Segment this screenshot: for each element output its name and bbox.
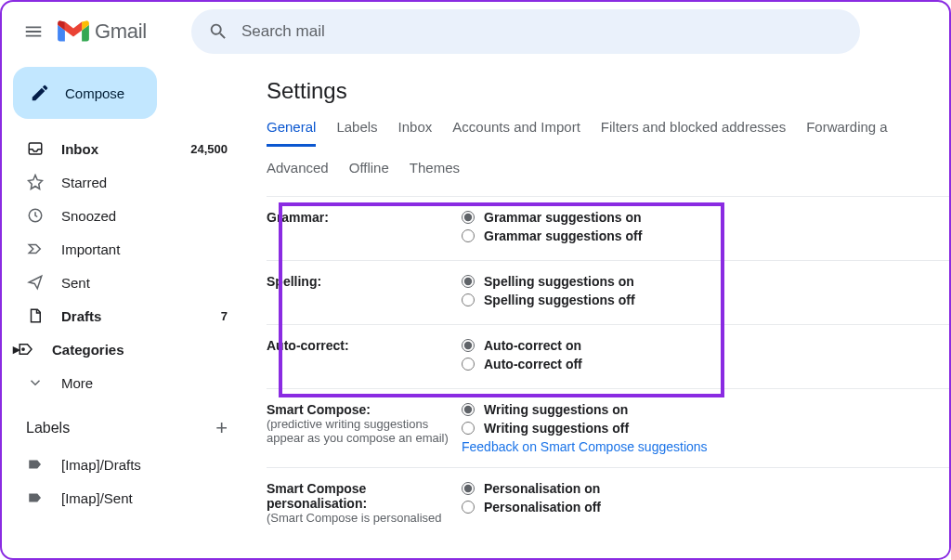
categories-icon <box>18 341 34 358</box>
sent-icon <box>27 274 44 291</box>
setting-row-smartcompose: Smart Compose: (predictive writing sugge… <box>267 389 949 468</box>
sidebar-item-label: More <box>61 375 228 391</box>
setting-label: Spelling: <box>267 274 462 311</box>
option-label: Grammar suggestions on <box>484 210 642 225</box>
add-label-button[interactable]: + <box>215 416 228 440</box>
main-menu-button[interactable] <box>13 11 54 52</box>
radio-input[interactable] <box>462 293 475 306</box>
gmail-logo-icon <box>58 20 89 44</box>
radio-input[interactable] <box>462 501 475 514</box>
smartcompose-off-option[interactable]: Writing suggestions off <box>462 421 949 436</box>
tab-accounts[interactable]: Accounts and Import <box>452 119 580 147</box>
grammar-off-option[interactable]: Grammar suggestions off <box>462 228 949 243</box>
scp-on-option[interactable]: Personalisation on <box>462 481 949 496</box>
sidebar-item-label: Important <box>61 241 228 257</box>
radio-input[interactable] <box>462 422 475 435</box>
setting-sublabel: (predictive writing suggestions appear a… <box>267 417 462 445</box>
sidebar-item-label: Categories <box>52 342 228 358</box>
sidebar-item-label: Drafts <box>61 308 221 324</box>
setting-label: Auto-correct: <box>267 338 462 375</box>
sidebar-item-snoozed[interactable]: Snoozed <box>9 199 241 232</box>
sidebar-item-more[interactable]: More <box>9 366 241 399</box>
radio-input[interactable] <box>462 211 475 224</box>
settings-title: Settings <box>267 78 949 104</box>
hamburger-icon <box>23 21 44 42</box>
radio-input[interactable] <box>462 339 475 352</box>
option-label: Spelling suggestions off <box>484 293 635 307</box>
setting-row-spelling: Spelling: Spelling suggestions on Spelli… <box>267 261 949 325</box>
svg-point-2 <box>22 348 24 350</box>
grammar-on-option[interactable]: Grammar suggestions on <box>462 210 949 225</box>
tab-general[interactable]: General <box>267 119 316 147</box>
setting-row-grammar: Grammar: Grammar suggestions on Grammar … <box>267 197 949 261</box>
option-label: Auto-correct off <box>484 357 582 371</box>
tab-inbox[interactable]: Inbox <box>398 119 433 147</box>
sidebar-item-categories[interactable]: ▸ Categories <box>9 332 241 366</box>
setting-label-text: Smart Compose: <box>267 402 371 417</box>
setting-label: Grammar: <box>267 210 462 247</box>
label-item[interactable]: [Imap]/Drafts <box>9 448 241 481</box>
radio-input[interactable] <box>462 403 475 416</box>
sidebar-item-count: 24,500 <box>190 142 228 156</box>
radio-input[interactable] <box>462 275 475 288</box>
tab-forwarding[interactable]: Forwarding a <box>806 119 888 147</box>
smartcompose-on-option[interactable]: Writing suggestions on <box>462 402 949 417</box>
option-label: Personalisation off <box>484 500 601 514</box>
sidebar-item-label: Snoozed <box>61 208 228 224</box>
sidebar: Compose Inbox 24,500 Starred Snoozed Imp… <box>2 61 248 558</box>
tab-advanced[interactable]: Advanced <box>267 160 329 183</box>
app-name: Gmail <box>95 20 147 44</box>
radio-input[interactable] <box>462 358 475 371</box>
sidebar-item-count: 7 <box>221 309 228 323</box>
tab-labels[interactable]: Labels <box>336 119 377 147</box>
option-label: Spelling suggestions on <box>484 274 634 289</box>
option-label: Auto-correct on <box>484 338 581 353</box>
sidebar-item-starred[interactable]: Starred <box>9 165 241 199</box>
setting-sublabel: (Smart Compose is personalised <box>267 511 462 525</box>
drafts-icon <box>27 307 44 324</box>
autocorrect-on-option[interactable]: Auto-correct on <box>462 338 949 353</box>
compose-button[interactable]: Compose <box>13 67 157 119</box>
sidebar-item-important[interactable]: Important <box>9 232 241 266</box>
clock-icon <box>27 207 44 224</box>
option-label: Writing suggestions on <box>484 402 628 417</box>
scp-off-option[interactable]: Personalisation off <box>462 500 949 514</box>
tab-themes[interactable]: Themes <box>410 160 460 183</box>
labels-title: Labels <box>26 420 70 436</box>
setting-label: Smart Compose personalisation: (Smart Co… <box>267 481 462 525</box>
label-item[interactable]: [Imap]/Sent <box>9 481 241 514</box>
search-icon <box>208 21 228 42</box>
label-icon <box>27 489 44 506</box>
smartcompose-feedback-link[interactable]: Feedback on Smart Compose suggestions <box>462 439 708 454</box>
autocorrect-off-option[interactable]: Auto-correct off <box>462 357 949 371</box>
labels-header: Labels + <box>9 399 241 448</box>
search-bar[interactable] <box>191 9 860 54</box>
sidebar-item-label: Inbox <box>61 141 190 157</box>
star-icon <box>27 174 44 190</box>
sidebar-item-label: Sent <box>61 275 228 291</box>
pencil-icon <box>30 83 50 103</box>
sidebar-item-inbox[interactable]: Inbox 24,500 <box>9 132 241 165</box>
settings-tabs-primary: General Labels Inbox Accounts and Import… <box>267 119 949 147</box>
option-label: Writing suggestions off <box>484 421 629 436</box>
important-icon <box>27 241 44 257</box>
radio-input[interactable] <box>462 229 475 242</box>
setting-label: Smart Compose: (predictive writing sugge… <box>267 402 462 454</box>
tab-offline[interactable]: Offline <box>349 160 389 183</box>
gmail-logo[interactable]: Gmail <box>58 20 147 44</box>
main-panel: Settings General Labels Inbox Accounts a… <box>248 61 949 558</box>
label-name: [Imap]/Drafts <box>61 457 228 473</box>
chevron-down-icon <box>27 374 44 391</box>
option-label: Grammar suggestions off <box>484 228 642 243</box>
search-input[interactable] <box>241 22 843 41</box>
radio-input[interactable] <box>462 482 475 495</box>
setting-row-autocorrect: Auto-correct: Auto-correct on Auto-corre… <box>267 325 949 389</box>
sidebar-item-drafts[interactable]: Drafts 7 <box>9 299 241 332</box>
setting-row-smartcompose-personal: Smart Compose personalisation: (Smart Co… <box>267 468 949 525</box>
sidebar-item-label: Starred <box>61 175 228 190</box>
spelling-off-option[interactable]: Spelling suggestions off <box>462 293 949 307</box>
option-label: Personalisation on <box>484 481 600 496</box>
sidebar-item-sent[interactable]: Sent <box>9 266 241 299</box>
spelling-on-option[interactable]: Spelling suggestions on <box>462 274 949 289</box>
tab-filters[interactable]: Filters and blocked addresses <box>601 119 786 147</box>
